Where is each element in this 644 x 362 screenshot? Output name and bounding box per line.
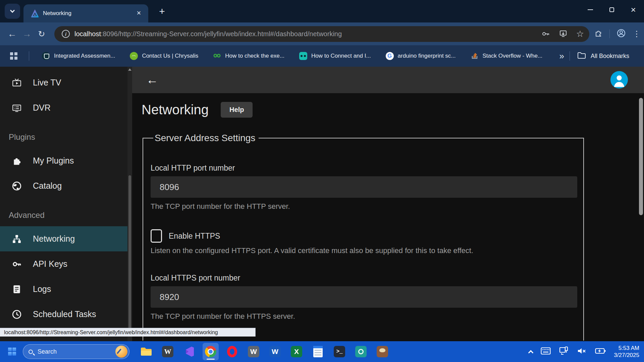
sidebar-scrollbar[interactable]	[127, 67, 132, 341]
https-port-label: Local HTTPS port number	[151, 274, 577, 282]
url-path: :8096/http://Streaming-Server.com/jellyf…	[101, 30, 342, 38]
enable-https-label: Enable HTTPS	[169, 232, 220, 240]
bookmarks-overflow-icon[interactable]: »	[559, 51, 564, 61]
terminal-button[interactable]: >_	[331, 343, 347, 360]
puzzle-icon	[11, 156, 22, 166]
jellyfin-favicon-icon	[31, 9, 39, 17]
network-icon	[11, 234, 22, 244]
section-legend: Server Address Settings	[153, 133, 259, 143]
bookmark-item[interactable]: Integrated Assessmen...	[42, 52, 115, 60]
help-button[interactable]: Help	[221, 102, 253, 118]
minimize-button[interactable]	[580, 0, 601, 19]
volume-muted-icon[interactable]	[577, 347, 587, 356]
browser-tab-networking[interactable]: Networking ×	[23, 4, 148, 22]
chrome-button[interactable]	[203, 343, 219, 360]
sidebar-item-networking[interactable]: Networking	[0, 226, 127, 251]
word-button[interactable]: W	[267, 343, 283, 360]
glasses-favicon-icon	[213, 51, 221, 61]
sidebar-item-catalog[interactable]: Catalog	[0, 173, 127, 198]
maximize-icon	[609, 7, 614, 12]
enable-https-checkbox[interactable]	[151, 229, 162, 243]
dvr-icon	[11, 103, 22, 113]
extensions-icon[interactable]	[594, 29, 603, 39]
opera-button[interactable]	[224, 343, 240, 360]
enable-https-helper: Listen on the configured HTTPS port. A v…	[151, 247, 577, 255]
touch-keyboard-icon[interactable]	[541, 347, 551, 356]
forward-button[interactable]: →	[19, 29, 34, 39]
word-icon: W	[269, 346, 281, 357]
tab-close-icon[interactable]: ×	[134, 9, 144, 18]
wikipedia-button[interactable]: W	[160, 343, 176, 360]
excel-button[interactable]: X	[288, 343, 305, 360]
chevron-down-icon	[10, 8, 15, 13]
sidebar-item-dvr[interactable]: DVR	[0, 95, 127, 120]
back-button[interactable]: ←	[5, 29, 19, 39]
notepad-button[interactable]	[310, 343, 326, 360]
hardware-monitor-icon[interactable]	[559, 346, 569, 357]
bookmark-star-icon[interactable]: ☆	[576, 30, 584, 38]
folder-icon	[140, 347, 152, 357]
folder-icon	[577, 52, 586, 60]
password-key-icon[interactable]	[541, 29, 550, 38]
chrysalis-favicon-icon	[130, 52, 138, 60]
chrome-icon	[205, 346, 216, 357]
stackoverflow-favicon-icon	[471, 51, 479, 61]
close-icon: ×	[631, 5, 636, 15]
url-text[interactable]: localhost:8096/http://Streaming-Server.c…	[74, 30, 537, 38]
taskbar-clock[interactable]: 5:53 AM 3/27/2025	[614, 345, 639, 359]
browser-tab-strip: Networking × + ×	[0, 0, 644, 22]
camera-icon	[355, 346, 367, 357]
taskbar-search[interactable]: Search	[23, 344, 129, 359]
bookmark-item[interactable]: G arduino fingerprint sc...	[386, 52, 456, 60]
bookmark-item[interactable]: Contact Us | Chrysalis	[130, 52, 198, 60]
sidebar-item-my-plugins[interactable]: My Plugins	[0, 148, 127, 173]
window-controls: ×	[580, 0, 644, 19]
start-button-icon[interactable]	[8, 348, 16, 356]
tray-chevron-up-icon[interactable]	[528, 350, 534, 355]
bookmark-item[interactable]: Stack Overflow - Whe...	[471, 51, 543, 61]
visual-studio-button[interactable]	[181, 343, 197, 360]
all-bookmarks-button[interactable]: All Bookmarks	[577, 52, 629, 60]
new-tab-button[interactable]: +	[155, 5, 169, 19]
networking-settings-content: Networking Help Server Address Settings …	[132, 93, 638, 341]
https-port-input[interactable]	[151, 286, 577, 308]
user-avatar[interactable]	[610, 71, 628, 88]
maximize-button[interactable]	[601, 0, 623, 19]
bookmark-item[interactable]: How to check the exe...	[213, 51, 284, 61]
document-icon	[11, 284, 22, 294]
server-address-settings-section: Server Address Settings Local HTTP port …	[143, 133, 584, 341]
search-highlight-brush-icon	[115, 346, 127, 358]
reload-button[interactable]: ↻	[34, 29, 49, 39]
sidebar-header-advanced: Advanced	[0, 206, 132, 224]
profile-icon[interactable]	[616, 28, 626, 39]
scroll-up-arrow-icon[interactable]	[128, 68, 131, 71]
file-explorer-button[interactable]	[138, 343, 154, 360]
sidebar-item-api-keys[interactable]: API Keys	[0, 251, 127, 277]
sidebar-item-live-tv[interactable]: Live TV	[0, 70, 127, 95]
sidebar-scrollbar-thumb[interactable]	[128, 175, 131, 329]
install-app-icon[interactable]	[559, 29, 568, 38]
wordpad-button[interactable]: W	[246, 343, 262, 360]
sidebar-header-plugins: Plugins	[0, 128, 132, 146]
paint-button[interactable]	[374, 343, 390, 360]
page-scrollbar-thumb[interactable]	[639, 98, 643, 215]
apps-grid-icon[interactable]	[10, 52, 17, 60]
close-button[interactable]: ×	[623, 0, 644, 19]
battery-icon[interactable]	[595, 348, 606, 356]
search-label: Search	[38, 348, 115, 355]
tab-search-button[interactable]	[5, 4, 20, 19]
status-link-preview: localhost:8096/http://Streaming-Server.c…	[0, 328, 256, 337]
http-port-input[interactable]	[151, 176, 577, 198]
sidebar-item-logs[interactable]: Logs	[0, 277, 127, 302]
bookmarks-divider	[570, 51, 570, 61]
sidebar-item-scheduled-tasks[interactable]: Scheduled Tasks	[0, 302, 127, 327]
bookmarks-bar: Integrated Assessmen... Contact Us | Chr…	[0, 45, 644, 67]
site-info-icon[interactable]: i	[62, 30, 70, 38]
camera-button[interactable]	[353, 343, 369, 360]
address-bar[interactable]: i localhost:8096/http://Streaming-Server…	[54, 26, 589, 42]
browser-menu-icon[interactable]: ⋮	[633, 29, 639, 39]
wikipedia-icon: W	[162, 346, 173, 357]
page-back-button[interactable]: ←	[146, 73, 158, 87]
tab-title: Networking	[43, 10, 134, 17]
bookmark-item[interactable]: How to Connect and I...	[299, 52, 371, 60]
